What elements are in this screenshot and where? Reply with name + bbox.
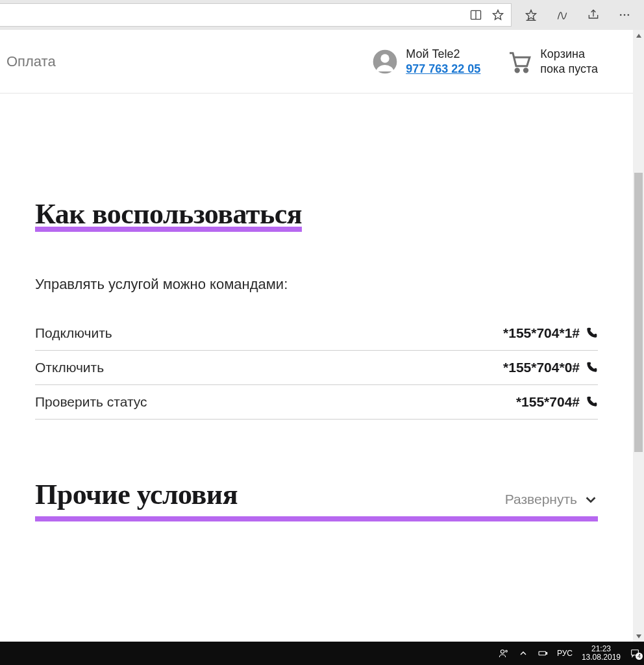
reading-view-icon[interactable]: [469, 8, 482, 21]
svg-point-15: [506, 650, 508, 652]
account-label: Мой Tele2: [406, 47, 480, 62]
howto-heading-wrap: Как воспользоваться: [35, 197, 302, 231]
cmd-value-wrap[interactable]: *155*704*0#: [503, 360, 598, 375]
phone-icon: [585, 327, 598, 340]
cart-block[interactable]: Корзина пока пуста: [506, 47, 598, 76]
svg-rect-16: [539, 651, 546, 655]
user-icon: [372, 49, 398, 75]
svg-point-14: [501, 650, 504, 653]
browser-actions: [512, 8, 644, 21]
more-icon[interactable]: [618, 8, 631, 21]
nav-payment[interactable]: Оплата: [6, 53, 56, 70]
taskbar-date: 13.08.2019: [582, 653, 621, 662]
cart-status: пока пуста: [540, 62, 598, 77]
account-text: Мой Tele2 977 763 22 05: [406, 47, 480, 76]
browser-chrome: [0, 0, 644, 30]
table-row: Проверить статус *155*704#: [35, 385, 598, 420]
notification-badge: 4: [636, 653, 643, 660]
howto-heading: Как воспользоваться: [35, 197, 302, 231]
account-block[interactable]: Мой Tele2 977 763 22 05: [372, 47, 480, 76]
expand-toggle[interactable]: Развернуть: [505, 492, 598, 511]
page-viewport: Оплата Мой Tele2 977 763 22 05 Корзина п…: [0, 30, 644, 642]
tray-chevron-up-icon[interactable]: [518, 648, 528, 659]
svg-point-6: [624, 14, 626, 16]
site-header: Оплата Мой Tele2 977 763 22 05 Корзина п…: [0, 30, 633, 94]
svg-rect-17: [546, 653, 547, 655]
svg-point-9: [381, 54, 390, 62]
svg-point-5: [620, 14, 622, 16]
phone-icon: [585, 395, 598, 408]
cmd-value-wrap[interactable]: *155*704#: [516, 394, 598, 410]
cart-icon: [506, 49, 532, 75]
language-indicator[interactable]: РУС: [557, 649, 573, 658]
purple-underline-full-icon: [35, 516, 598, 521]
svg-point-7: [628, 14, 630, 16]
taskbar-clock[interactable]: 21:23 13.08.2019: [582, 645, 621, 662]
svg-point-11: [525, 68, 528, 71]
vertical-scrollbar[interactable]: [633, 30, 644, 642]
cart-label: Корзина: [540, 47, 598, 62]
notes-icon[interactable]: [556, 8, 569, 21]
share-icon[interactable]: [587, 8, 600, 21]
other-conditions-section: Прочие условия Развернуть: [35, 478, 598, 521]
svg-marker-13: [636, 634, 641, 638]
cmd-code: *155*704*0#: [503, 360, 580, 375]
cmd-label: Подключить: [35, 325, 112, 341]
page-content: Оплата Мой Tele2 977 763 22 05 Корзина п…: [0, 30, 633, 642]
cmd-code: *155*704#: [516, 394, 580, 410]
address-bar[interactable]: [0, 3, 512, 27]
battery-icon[interactable]: [538, 648, 548, 659]
svg-marker-3: [526, 10, 536, 20]
table-row: Отключить *155*704*0#: [35, 351, 598, 385]
cmd-value-wrap[interactable]: *155*704*1#: [503, 325, 598, 341]
other-conditions-bar: Прочие условия Развернуть: [35, 478, 598, 511]
main-content: Как воспользоваться Управлять услугой мо…: [0, 94, 633, 521]
windows-taskbar: РУС 21:23 13.08.2019 4: [0, 642, 644, 665]
people-icon[interactable]: [499, 648, 509, 659]
account-phone-link[interactable]: 977 763 22 05: [406, 62, 480, 77]
favorites-icon[interactable]: [525, 8, 538, 21]
cart-text: Корзина пока пуста: [540, 47, 598, 76]
expand-label: Развернуть: [505, 492, 577, 507]
other-conditions-heading: Прочие условия: [35, 478, 238, 511]
commands-table: Подключить *155*704*1# Отключить *155*70…: [35, 316, 598, 420]
svg-marker-12: [636, 34, 641, 38]
action-center-icon[interactable]: 4: [630, 648, 640, 659]
howto-subtitle: Управлять услугой можно командами:: [35, 276, 598, 293]
svg-point-10: [515, 68, 519, 71]
cmd-label: Отключить: [35, 360, 104, 375]
scroll-up-arrow-icon[interactable]: [633, 30, 644, 41]
table-row: Подключить *155*704*1#: [35, 316, 598, 351]
star-outline-icon[interactable]: [491, 8, 504, 21]
svg-marker-2: [493, 10, 503, 20]
chevron-down-icon: [584, 492, 598, 507]
phone-icon: [585, 361, 598, 374]
cmd-code: *155*704*1#: [503, 325, 580, 341]
scroll-thumb[interactable]: [634, 173, 643, 452]
scroll-down-arrow-icon[interactable]: [633, 631, 644, 642]
cmd-label: Проверить статус: [35, 394, 147, 410]
